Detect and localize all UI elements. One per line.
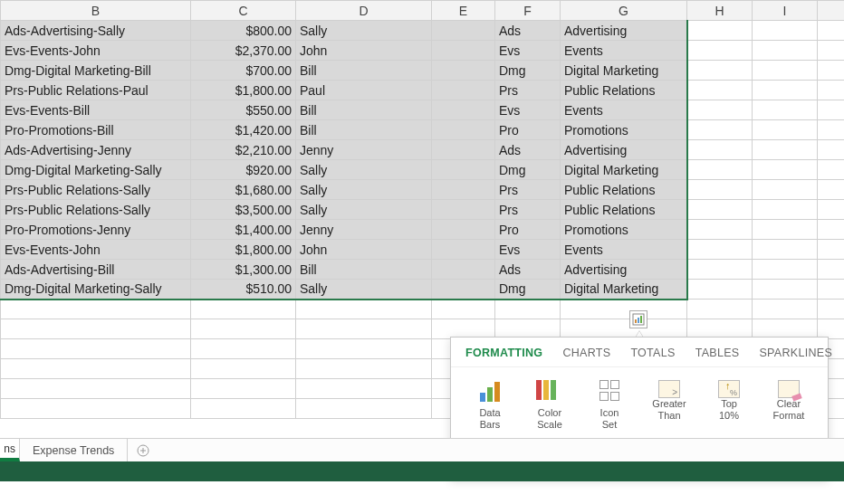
cell[interactable] [687, 160, 753, 180]
qa-item-color-scale[interactable]: ColorScale [523, 380, 577, 431]
cell[interactable] [753, 140, 818, 160]
column-header-G[interactable]: G [561, 1, 687, 21]
cell[interactable]: Advertising [561, 260, 687, 280]
cell[interactable] [818, 61, 845, 81]
cell[interactable]: $1,680.00 [191, 180, 296, 200]
cell[interactable]: Prs-Public Relations-Sally [1, 200, 191, 220]
cell[interactable] [296, 339, 432, 359]
cell[interactable] [687, 120, 753, 140]
cell[interactable]: Bill [296, 100, 432, 120]
column-header-E[interactable]: E [432, 1, 495, 21]
cell[interactable]: Promotions [561, 220, 687, 240]
column-header-D[interactable]: D [296, 1, 432, 21]
column-header-F[interactable]: F [495, 1, 561, 21]
cell[interactable] [818, 41, 845, 61]
cell[interactable]: Sally [296, 21, 432, 41]
cell[interactable] [687, 260, 753, 280]
cell[interactable] [818, 81, 845, 100]
cell[interactable]: John [296, 41, 432, 61]
sheet-tab-expense-trends[interactable]: Expense Trends [20, 439, 128, 461]
cell[interactable] [753, 160, 818, 180]
cell[interactable]: Evs-Events-Bill [1, 100, 191, 120]
cell[interactable]: Evs-Events-John [1, 240, 191, 260]
qa-item-clear-format[interactable]: ClearFormat [762, 380, 816, 431]
cell[interactable] [1, 379, 191, 399]
cell[interactable] [1, 319, 191, 339]
cell[interactable] [687, 140, 753, 160]
cell[interactable] [753, 41, 818, 61]
qa-tab-tables[interactable]: TABLES [695, 347, 740, 359]
cell[interactable]: Events [561, 240, 687, 260]
cell[interactable]: Sally [296, 160, 432, 180]
sheet-tab-active[interactable]: ns [0, 439, 20, 461]
cell[interactable]: Sally [296, 280, 432, 300]
cell[interactable]: Sally [296, 200, 432, 220]
cell[interactable]: Ads-Advertising-Jenny [1, 140, 191, 160]
qa-item-data-bars[interactable]: DataBars [463, 380, 517, 431]
qa-tab-totals[interactable]: TOTALS [630, 347, 675, 359]
cell[interactable] [753, 280, 818, 300]
cell[interactable]: Evs [495, 100, 561, 120]
cell[interactable] [432, 140, 495, 160]
cell[interactable] [296, 399, 432, 419]
qa-item-greater-than[interactable]: GreaterThan [642, 380, 696, 431]
cell[interactable]: Pro-Promotions-Bill [1, 120, 191, 140]
cell[interactable] [432, 120, 495, 140]
cell[interactable] [191, 379, 296, 399]
cell[interactable] [687, 220, 753, 240]
qa-tab-formatting[interactable]: FORMATTING [465, 347, 542, 359]
cell[interactable]: Paul [296, 81, 432, 100]
cell[interactable] [818, 240, 845, 260]
cell[interactable] [753, 260, 818, 280]
cell[interactable] [818, 21, 845, 41]
cell[interactable] [1, 399, 191, 419]
cell[interactable]: $510.00 [191, 280, 296, 300]
cell[interactable]: Jenny [296, 140, 432, 160]
cell[interactable]: Ads [495, 21, 561, 41]
cell[interactable] [432, 180, 495, 200]
cell[interactable]: Ads [495, 140, 561, 160]
cell[interactable] [687, 180, 753, 200]
cell[interactable] [191, 359, 296, 379]
qa-item-top-10[interactable]: Top10% [702, 380, 756, 431]
cell[interactable] [753, 81, 818, 100]
cell[interactable]: Ads [495, 260, 561, 280]
cell[interactable]: John [296, 240, 432, 260]
cell[interactable] [296, 319, 432, 339]
cell[interactable] [432, 260, 495, 280]
cell[interactable]: Bill [296, 260, 432, 280]
cell[interactable] [753, 200, 818, 220]
cell[interactable]: Evs [495, 41, 561, 61]
cell[interactable] [687, 61, 753, 81]
cell[interactable]: Promotions [561, 120, 687, 140]
cell[interactable]: Pro-Promotions-Jenny [1, 220, 191, 240]
cell[interactable]: Prs-Public Relations-Sally [1, 180, 191, 200]
cell[interactable] [296, 300, 432, 319]
cell[interactable] [561, 300, 687, 319]
cell[interactable]: $800.00 [191, 21, 296, 41]
cell[interactable]: Public Relations [561, 200, 687, 220]
cell[interactable]: $1,420.00 [191, 120, 296, 140]
cell[interactable] [495, 300, 561, 319]
cell[interactable] [753, 220, 818, 240]
cell[interactable] [687, 21, 753, 41]
cell[interactable]: Public Relations [561, 180, 687, 200]
cell[interactable] [432, 240, 495, 260]
cell[interactable]: Dmg [495, 160, 561, 180]
cell[interactable] [432, 61, 495, 81]
cell[interactable] [818, 200, 845, 220]
cell[interactable] [818, 260, 845, 280]
cell[interactable]: $1,800.00 [191, 81, 296, 100]
cell[interactable]: Advertising [561, 140, 687, 160]
cell[interactable] [687, 100, 753, 120]
cell[interactable]: Advertising [561, 21, 687, 41]
cell[interactable]: $3,500.00 [191, 200, 296, 220]
quick-analysis-button[interactable] [629, 310, 647, 328]
cell[interactable] [818, 140, 845, 160]
cell[interactable]: Prs [495, 180, 561, 200]
cell[interactable]: $1,800.00 [191, 240, 296, 260]
column-header-C[interactable]: C [191, 1, 296, 21]
cell[interactable] [432, 21, 495, 41]
cell[interactable] [687, 41, 753, 61]
cell[interactable]: Pro [495, 120, 561, 140]
